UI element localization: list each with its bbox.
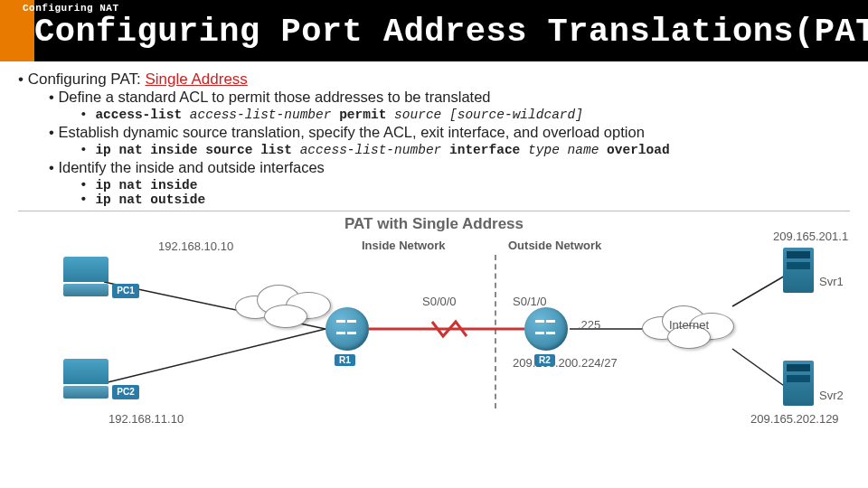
network-diagram: PAT with Single Address Inside Network O… — [18, 211, 850, 432]
label-r1: R1 — [335, 354, 355, 366]
arg-name: name — [568, 143, 599, 157]
bullet-l2a: Define a standard ACL to permit those ad… — [49, 89, 850, 122]
kw-permit: permit — [339, 108, 386, 122]
code-nat: ip nat inside source list access-list-nu… — [80, 143, 850, 157]
label-svr1-ip: 209.165.201.1 — [773, 230, 848, 243]
label-outside-network: Outside Network — [508, 239, 601, 252]
svg-line-1 — [104, 329, 326, 383]
label-s010: S0/1/0 — [513, 295, 547, 308]
label-pc1: PC1 — [112, 284, 139, 298]
router-r1-icon — [326, 307, 369, 351]
diagram-title: PAT with Single Address — [344, 215, 524, 233]
arg-acl-num: access-list-number — [190, 108, 332, 122]
bullet-l1-emphasis: Single Address — [145, 70, 247, 88]
code-outside: ip nat outside — [80, 192, 850, 207]
svg-line-5 — [732, 349, 787, 388]
bullet-l2b: Establish dynamic source translation, sp… — [49, 124, 850, 157]
kw-interface: interface — [449, 143, 520, 157]
arg-acl-num2: access-list-number — [300, 143, 442, 157]
kw-ipnat-src: ip nat inside source list — [95, 143, 292, 157]
label-inside-network: Inside Network — [362, 239, 445, 252]
code-inside: ip nat inside — [80, 178, 850, 192]
label-pc1-ip: 192.168.10.10 — [158, 239, 233, 253]
bullet-l1-text: Configuring PAT: — [28, 70, 146, 88]
label-pc2-ip: 192.168.11.10 — [108, 412, 184, 426]
bullet-l1: Configuring PAT: Single Address Define a… — [18, 70, 850, 207]
router-r2-icon — [524, 307, 568, 351]
label-svr2: Svr2 — [819, 389, 844, 402]
network-divider — [495, 255, 496, 408]
arg-source: source — [394, 108, 441, 122]
page-title: Configuring Port Address Translations(PA… — [34, 13, 868, 51]
label-svr2-ip: 209.165.202.129 — [750, 412, 839, 426]
label-s000: S0/0/0 — [422, 295, 457, 308]
label-r2: R2 — [534, 354, 555, 366]
label-internet: Internet — [669, 318, 709, 332]
label-subnet: 209.165.200.224/27 — [513, 356, 618, 370]
label-svr1: Svr1 — [819, 275, 844, 288]
slide-header: Configuring NAT Configuring Port Address… — [0, 0, 868, 61]
slide-body: Configuring PAT: Single Address Define a… — [0, 61, 868, 432]
bullet-l2c-text: Identify the inside and outside interfac… — [58, 159, 324, 175]
bullet-l2b-text: Establish dynamic source translation, sp… — [58, 124, 644, 140]
pc1-icon — [63, 257, 108, 298]
server2-icon — [783, 361, 814, 406]
arg-wildcard: [source-wildcard] — [449, 108, 583, 122]
kw-overload: overload — [607, 143, 670, 157]
server1-icon — [783, 248, 814, 293]
pc2-icon — [63, 359, 108, 400]
label-pc2: PC2 — [112, 385, 139, 399]
kw-accesslist: access-list — [95, 108, 182, 122]
cloud-internet-icon: Internet — [642, 302, 750, 351]
bullet-l2c: Identify the inside and outside interfac… — [49, 159, 850, 207]
label-dot225: .225 — [578, 318, 600, 332]
bullet-l2a-text: Define a standard ACL to permit those ad… — [58, 89, 490, 105]
arg-type: type — [528, 143, 560, 157]
code-acl: access-list access-list-number permit so… — [80, 108, 850, 122]
